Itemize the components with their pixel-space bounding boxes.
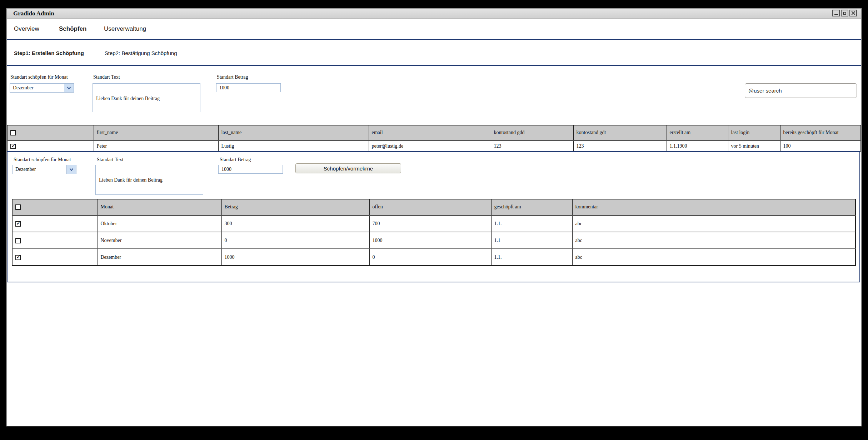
tab-userverwaltung[interactable]: Userverwaltung: [104, 25, 142, 33]
row-select-cell: [12, 249, 98, 266]
creation-table-header: MonatBetragoffengeschöpft amkommentar: [12, 199, 855, 215]
chevron-down-icon: [67, 86, 71, 90]
step2-bestaetigung-schoepfung[interactable]: Step2: Bestätigung Schöpfung: [105, 50, 177, 56]
minimize-icon: [834, 14, 838, 15]
cell: 1.1.: [491, 249, 572, 266]
column-header: geschöpft am: [491, 199, 572, 215]
month-select[interactable]: Dezember: [12, 165, 76, 174]
table-row[interactable]: November010001.1abc: [12, 232, 855, 249]
select-all-checkbox[interactable]: [10, 130, 16, 135]
cell: November: [98, 232, 221, 249]
tab-schoepfen[interactable]: Schöpfen: [59, 25, 97, 33]
column-header: erstellt am: [667, 125, 728, 140]
column-header: kontostand gdd: [491, 125, 573, 140]
schoepfen-vormerken-button[interactable]: Schöpfen/vormekrne: [295, 163, 401, 173]
tab-overview[interactable]: Overview: [14, 25, 52, 33]
select-all-cell: [12, 199, 98, 215]
title-bar: Gradido Admin: [7, 9, 861, 19]
text-label: Standart Text: [93, 74, 120, 80]
table-row[interactable]: Oktober3007001.1.abc: [12, 215, 855, 232]
select-all-checkbox[interactable]: [15, 204, 21, 210]
cell: 1.1: [491, 232, 572, 249]
user-search-input[interactable]: @user search: [745, 83, 857, 98]
month-label: Standart schöpfen für Monat: [10, 74, 68, 80]
user-detail-panel: Standart schöpfen für Monat Dezember Sta…: [7, 151, 860, 282]
cell: 123: [491, 140, 573, 152]
cell: abc: [572, 249, 855, 266]
minimize-button[interactable]: [832, 10, 840, 16]
cell: 123: [573, 140, 667, 152]
cell: vor 5 minuten: [728, 140, 780, 152]
close-icon: [851, 11, 855, 15]
cell: 1000: [221, 249, 369, 266]
cell: Dezember: [98, 249, 221, 266]
creation-form: Standart schöpfen für Monat Dezember Sta…: [7, 67, 861, 125]
maximize-button[interactable]: [841, 10, 848, 16]
creation-table: MonatBetragoffengeschöpft amkommentar Ok…: [12, 199, 856, 266]
row-select-cell: [12, 232, 98, 249]
cell: 0: [221, 232, 369, 249]
column-header: last login: [728, 125, 780, 140]
cell: 1.1.1900: [667, 140, 728, 152]
row-checkbox[interactable]: [15, 221, 21, 227]
cell: 0: [369, 249, 491, 266]
text-label: Standart Text: [97, 157, 124, 163]
dropdown-arrow-button[interactable]: [64, 84, 74, 92]
chevron-down-icon: [70, 168, 73, 171]
column-header: first_name: [94, 125, 218, 140]
cell: Peter: [94, 140, 218, 152]
maximize-icon: [843, 12, 846, 15]
cell: 700: [369, 215, 491, 232]
row-checkbox[interactable]: [15, 255, 21, 260]
table-row[interactable]: Dezember100001.1.abc: [12, 249, 855, 266]
column-header: kontostand gdt: [573, 125, 667, 140]
column-header: email: [369, 125, 491, 140]
cell: 300: [221, 215, 369, 232]
month-select-value: Dezember: [10, 85, 64, 91]
month-select[interactable]: Dezember: [10, 83, 74, 93]
app-window: Gradido Admin Overview Schöpfen Userverw…: [6, 8, 862, 426]
cell: abc: [572, 232, 855, 249]
window-controls: [832, 10, 857, 16]
amount-input[interactable]: 1000: [216, 83, 281, 92]
cell: 1000: [369, 232, 491, 249]
column-header: Betrag: [221, 199, 369, 215]
column-header: Monat: [98, 199, 221, 215]
month-label: Standart schöpfen für Monat: [14, 157, 71, 163]
month-select-value: Dezember: [13, 167, 66, 172]
amount-input[interactable]: 1000: [218, 165, 283, 174]
column-header: bereits geschöpft für Monat: [780, 125, 861, 140]
table-row[interactable]: PeterLustigpeter@lustig.de1231231.1.1900…: [7, 140, 861, 152]
amount-label: Standart Betrag: [220, 157, 251, 163]
column-header: offen: [369, 199, 491, 215]
column-header: kommentar: [572, 199, 855, 215]
cell: Oktober: [98, 215, 221, 232]
select-all-cell: [7, 125, 94, 140]
standard-text-area[interactable]: Lieben Dank für deinen Beitrag: [93, 83, 200, 112]
cell: Lustig: [218, 140, 369, 152]
row-select-cell: [12, 215, 98, 232]
row-checkbox[interactable]: [10, 144, 16, 149]
main-tabs: Overview Schöpfen Userverwaltung: [7, 19, 861, 40]
cell: 1.1.: [491, 215, 572, 232]
standard-text-area[interactable]: Lieben Dank für deinen Beitrag: [95, 165, 203, 195]
row-select-cell: [7, 140, 94, 152]
cell: abc: [572, 215, 855, 232]
step-tabs: Step1: Erstellen Schöpfung Step2: Bestät…: [7, 41, 861, 66]
user-table-header: first_namelast_nameemailkontostand gddko…: [7, 125, 861, 140]
row-checkbox[interactable]: [15, 238, 21, 243]
user-table: first_namelast_nameemailkontostand gddko…: [7, 125, 861, 152]
window-title: Gradido Admin: [7, 10, 54, 17]
dropdown-arrow-button[interactable]: [66, 165, 76, 174]
close-button[interactable]: [849, 10, 857, 16]
amount-label: Standart Betrag: [217, 74, 248, 80]
step1-erstellen-schoepfung[interactable]: Step1: Erstellen Schöpfung: [14, 50, 84, 56]
column-header: last_name: [218, 125, 369, 140]
cell: 100: [780, 140, 861, 152]
cell: peter@lustig.de: [369, 140, 491, 152]
